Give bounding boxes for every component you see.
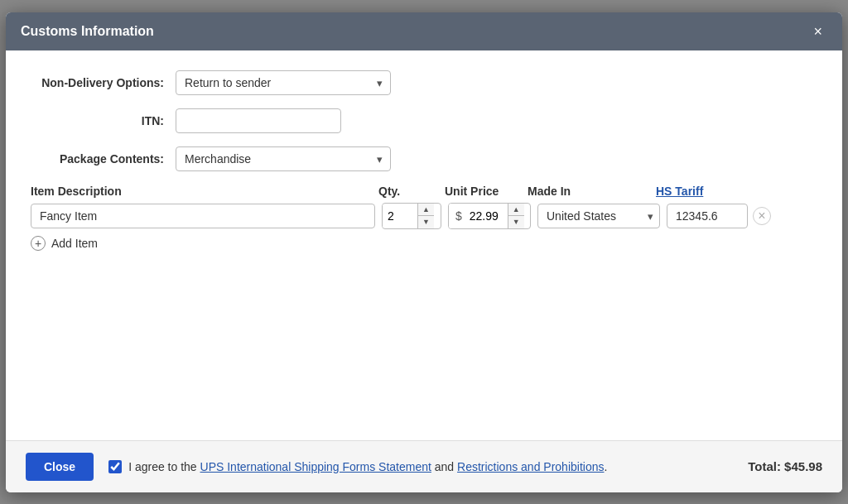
agree-and: and — [435, 460, 454, 473]
non-delivery-select-wrapper[interactable]: Return to sender Abandon — [176, 70, 391, 95]
dollar-sign: $ — [449, 204, 466, 229]
price-arrows: ▲ ▼ — [508, 204, 524, 229]
hs-tariff-input[interactable] — [667, 204, 748, 228]
non-delivery-select[interactable]: Return to sender Abandon — [176, 70, 391, 95]
price-input[interactable] — [466, 204, 508, 228]
agree-prefix: I agree to the — [128, 460, 197, 473]
col-header-description: Item Description — [31, 185, 378, 198]
qty-up-button[interactable]: ▲ — [418, 204, 434, 217]
itn-label: ITN: — [31, 114, 176, 127]
col-header-made: Made In — [528, 185, 656, 198]
non-delivery-row: Non-Delivery Options: Return to sender A… — [31, 70, 817, 95]
package-contents-select[interactable]: Merchandise Gift Documents Returned Good… — [176, 146, 391, 171]
table-row: ▲ ▼ $ ▲ ▼ United States — [31, 203, 817, 230]
restrictions-link[interactable]: Restrictions and Prohibitions — [457, 460, 604, 473]
package-contents-label: Package Contents: — [31, 152, 176, 166]
non-delivery-label: Non-Delivery Options: — [31, 76, 176, 89]
made-in-select-wrapper[interactable]: United States Canada Mexico United Kingd… — [537, 204, 660, 228]
close-button[interactable]: Close — [26, 453, 94, 481]
remove-item-button[interactable]: × — [753, 207, 771, 225]
agree-checkbox[interactable] — [108, 460, 122, 473]
hs-tariff-link[interactable]: HS Tariff — [656, 185, 703, 198]
item-description-input[interactable] — [31, 204, 375, 228]
qty-input[interactable] — [383, 204, 417, 228]
qty-spinner[interactable]: ▲ ▼ — [382, 203, 441, 230]
price-down-button[interactable]: ▼ — [508, 216, 524, 228]
col-header-qty: Qty. — [378, 185, 445, 198]
agree-suffix: . — [604, 460, 607, 473]
package-contents-row: Package Contents: Merchandise Gift Docum… — [31, 146, 817, 171]
dialog-footer: Close I agree to the UPS International S… — [6, 440, 842, 492]
col-header-price: Unit Price — [445, 185, 528, 198]
dialog-title: Customs Information — [21, 24, 154, 39]
add-item-row[interactable]: + Add Item — [31, 236, 817, 251]
price-spinner[interactable]: $ ▲ ▼ — [448, 203, 531, 230]
qty-down-button[interactable]: ▼ — [418, 216, 434, 228]
close-x-button[interactable]: × — [808, 22, 827, 41]
package-contents-select-wrapper[interactable]: Merchandise Gift Documents Returned Good… — [176, 146, 391, 171]
itn-input[interactable] — [176, 108, 341, 133]
add-item-label: Add Item — [51, 237, 98, 250]
price-up-button[interactable]: ▲ — [508, 204, 524, 217]
footer-agree-section: I agree to the UPS International Shippin… — [108, 460, 748, 473]
customs-dialog: Customs Information × Non-Delivery Optio… — [6, 12, 842, 492]
dialog-header: Customs Information × — [6, 12, 842, 50]
itn-row: ITN: — [31, 108, 817, 133]
items-header: Item Description Qty. Unit Price Made In… — [31, 185, 817, 198]
ups-statement-link[interactable]: UPS International Shipping Forms Stateme… — [200, 460, 431, 473]
dialog-body: Non-Delivery Options: Return to sender A… — [6, 50, 842, 440]
qty-arrows: ▲ ▼ — [417, 204, 434, 229]
total-value: $45.98 — [784, 459, 822, 473]
total-label: Total: — [748, 459, 781, 473]
made-in-select[interactable]: United States Canada Mexico United Kingd… — [537, 204, 660, 228]
total-display: Total: $45.98 — [748, 459, 822, 473]
items-section: Item Description Qty. Unit Price Made In… — [31, 185, 817, 252]
add-item-icon: + — [31, 236, 46, 251]
